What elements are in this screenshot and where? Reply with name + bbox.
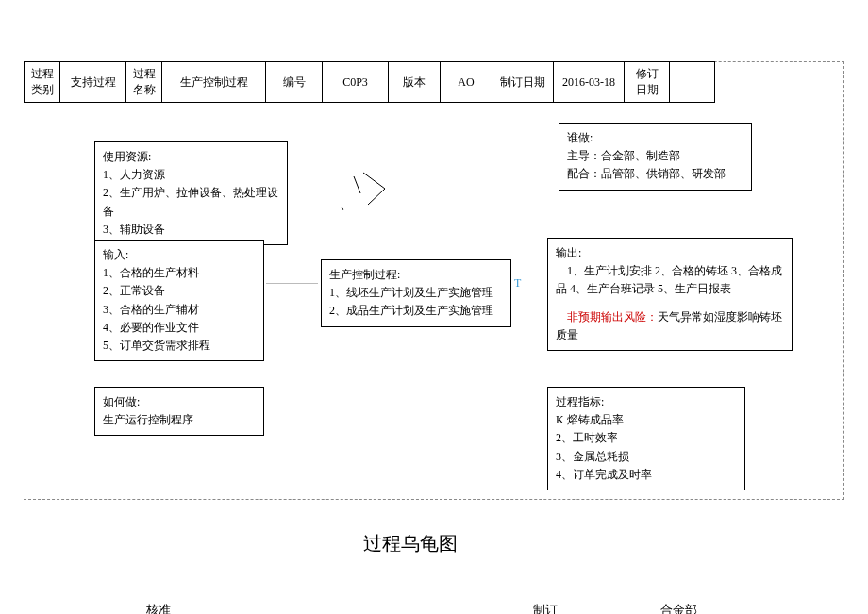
resources-l3: 3、辅助设备 xyxy=(103,221,279,239)
who-l1: 主导：合金部、制造部 xyxy=(567,147,743,165)
hcell-version-value: AO xyxy=(441,62,492,103)
resources-title: 使用资源: xyxy=(103,148,279,166)
how-l1: 生产运行控制程序 xyxy=(103,411,256,429)
hcell-category-value: 支持过程 xyxy=(60,62,126,103)
who-l2: 配合：品管部、供销部、研发部 xyxy=(567,165,743,183)
resources-l1: 1、人力资源 xyxy=(103,166,279,184)
output-box: 输出: 1、生产计划安排 2、合格的铸坯 3、合格成品 4、生产台班记录 5、生… xyxy=(547,238,793,351)
resources-box: 使用资源: 1、人力资源 2、生产用炉、拉伸设备、热处理设备 3、辅助设备 xyxy=(94,141,288,245)
kpi-l2: 2、工时效率 xyxy=(556,429,737,447)
input-l5: 5、订单交货需求排程 xyxy=(103,337,256,355)
hcell-code-value: C0P3 xyxy=(323,62,389,103)
connector-input-process xyxy=(266,283,318,284)
hcell-revdate-label: 修订日期 xyxy=(625,62,670,103)
output-risk-label: 非预期输出风险： xyxy=(556,310,658,324)
hcell-version-label: 版本 xyxy=(389,62,441,103)
hcell-revdate-value xyxy=(670,62,715,103)
hcell-date-value: 2016-03-18 xyxy=(554,62,625,103)
kpi-l1: K 熔铸成品率 xyxy=(556,411,737,429)
kpi-l4: 4、订单完成及时率 xyxy=(556,466,737,484)
input-box: 输入: 1、合格的生产材料 2、正常设备 3、合格的生产辅材 4、必要的作业文件… xyxy=(94,240,264,361)
hcell-category-label: 过程类别 xyxy=(25,62,60,103)
output-l1: 1、生产计划安排 2、合格的铸坯 3、合格成品 4、生产台班记录 5、生产日报表 xyxy=(556,262,784,298)
resources-l2: 2、生产用炉、拉伸设备、热处理设备 xyxy=(103,184,279,220)
how-box: 如何做: 生产运行控制程序 xyxy=(94,387,264,436)
process-title: 生产控制过程: xyxy=(329,266,503,284)
output-risk: 非预期输出风险：天气异常如湿度影响铸坯质量 xyxy=(556,308,784,344)
input-l4: 4、必要的作业文件 xyxy=(103,319,256,337)
hcell-code-label: 编号 xyxy=(266,62,323,103)
t-mark: T xyxy=(514,276,521,290)
hcell-date-label: 制订日期 xyxy=(492,62,554,103)
who-title: 谁做: xyxy=(567,129,743,147)
output-title: 输出: xyxy=(556,244,784,262)
process-l2: 2、成品生产计划及生产实施管理 xyxy=(329,302,503,320)
header-table: 过程类别 支持过程 过程名称 生产控制过程 编号 C0P3 版本 AO 制订日期… xyxy=(24,61,715,103)
process-l1: 1、线坯生产计划及生产实施管理 xyxy=(329,284,503,302)
input-title: 输入: xyxy=(103,246,256,264)
footer-draft: 制订 xyxy=(533,602,558,614)
input-l2: 2、正常设备 xyxy=(103,282,256,300)
who-box: 谁做: 主导：合金部、制造部 配合：品管部、供销部、研发部 xyxy=(559,123,752,191)
footer-approve: 核准 xyxy=(146,602,171,614)
kpi-l3: 3、金属总耗损 xyxy=(556,448,737,466)
kpi-title: 过程指标: xyxy=(556,393,737,411)
hcell-name-value: 生产控制过程 xyxy=(162,62,266,103)
input-l1: 1、合格的生产材料 xyxy=(103,264,256,282)
kpi-box: 过程指标: K 熔铸成品率 2、工时效率 3、金属总耗损 4、订单完成及时率 xyxy=(547,387,745,490)
how-title: 如何做: xyxy=(103,393,256,411)
diagram-title: 过程乌龟图 xyxy=(363,531,458,556)
comma-mark: 、 xyxy=(340,196,353,213)
input-l3: 3、合格的生产辅材 xyxy=(103,301,256,319)
decorative-strokes-icon xyxy=(283,165,425,212)
process-box: 生产控制过程: 1、线坯生产计划及生产实施管理 2、成品生产计划及生产实施管理 xyxy=(321,259,511,327)
footer-dept: 合金部 xyxy=(660,602,697,614)
hcell-name-label: 过程名称 xyxy=(126,62,162,103)
